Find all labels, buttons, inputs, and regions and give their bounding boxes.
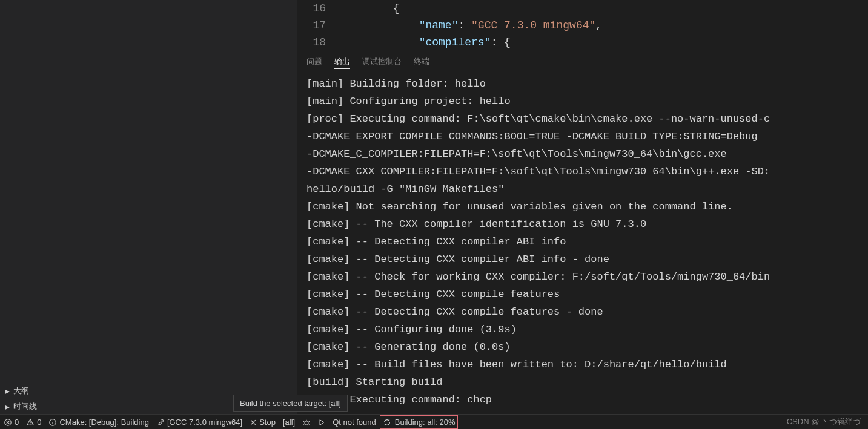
chevron-right-icon: ▶ <box>5 388 10 395</box>
run-button[interactable] <box>314 415 329 429</box>
watermark: CSDN @ 丶つ羁绊づ <box>787 416 861 427</box>
code-line[interactable]: 16 { <box>298 0 868 17</box>
build-target[interactable]: [all] <box>279 415 299 429</box>
line-number: 17 <box>298 17 340 34</box>
tab-output[interactable]: 输出 <box>334 55 350 69</box>
code-content: { <box>340 0 868 17</box>
svg-point-2 <box>30 424 31 424</box>
code-line[interactable]: 17 "name": "GCC 7.3.0 mingw64", <box>298 17 868 34</box>
info-icon <box>48 418 57 427</box>
tab-terminal[interactable]: 终端 <box>414 55 429 69</box>
play-icon <box>318 419 325 426</box>
warning-count[interactable]: 0 <box>22 415 45 429</box>
svg-point-6 <box>305 421 308 424</box>
bug-icon <box>302 418 311 427</box>
cmake-status[interactable]: CMake: [Debug]: Building <box>45 415 152 429</box>
debug-button[interactable] <box>299 415 314 429</box>
qt-label: Qt not found <box>333 418 376 427</box>
tab-problems[interactable]: 问题 <box>306 55 322 69</box>
error-icon <box>4 418 12 427</box>
building-progress[interactable]: Building: all: 20% <box>380 415 459 429</box>
code-content: "compilers": { <box>340 34 868 51</box>
error-count[interactable]: 0 <box>0 415 22 429</box>
building-label: Building: all: 20% <box>395 418 456 427</box>
status-bar: 0 0 CMake: [Debug]: Building [GCC 7.3.0 … <box>0 414 868 429</box>
code-content: "name": "GCC 7.3.0 mingw64", <box>340 17 868 34</box>
stop-label: Stop <box>259 418 276 427</box>
qt-status[interactable]: Qt not found <box>329 415 380 429</box>
chevron-right-icon: ▶ <box>5 404 10 410</box>
target-label: [all] <box>283 418 295 427</box>
warning-value: 0 <box>37 418 41 427</box>
code-editor[interactable]: 16 {17 "name": "GCC 7.3.0 mingw64",18 "c… <box>298 0 868 51</box>
code-line[interactable]: 18 "compilers": { <box>298 34 868 51</box>
wrench-icon <box>156 418 165 427</box>
sync-icon <box>383 418 391 427</box>
line-number: 18 <box>298 34 340 51</box>
bottom-panel: 问题 输出 调试控制台 终端 [main] Building folder: h… <box>298 51 868 414</box>
timeline-label: 时间线 <box>13 401 37 412</box>
close-icon <box>250 419 257 426</box>
panel-tabs: 问题 输出 调试控制台 终端 <box>298 51 868 73</box>
stop-button[interactable]: Stop <box>246 415 279 429</box>
outline-label: 大纲 <box>13 385 29 396</box>
cmake-label: CMake: [Debug]: Building <box>59 418 148 427</box>
output-content[interactable]: [main] Building folder: hello [main] Con… <box>298 73 868 414</box>
line-number: 16 <box>298 0 340 17</box>
svg-point-5 <box>53 420 53 421</box>
tab-debug-console[interactable]: 调试控制台 <box>362 55 402 69</box>
content-area: 16 {17 "name": "GCC 7.3.0 mingw64",18 "c… <box>298 0 868 414</box>
tooltip: Build the selected target: [all] <box>233 395 348 412</box>
sidebar: ▶ 大纲 ▶ 时间线 <box>0 0 298 414</box>
kit-label: [GCC 7.3.0 mingw64] <box>167 418 242 427</box>
error-value: 0 <box>15 418 19 427</box>
warning-icon <box>26 418 35 427</box>
kit-selector[interactable]: [GCC 7.3.0 mingw64] <box>153 415 246 429</box>
